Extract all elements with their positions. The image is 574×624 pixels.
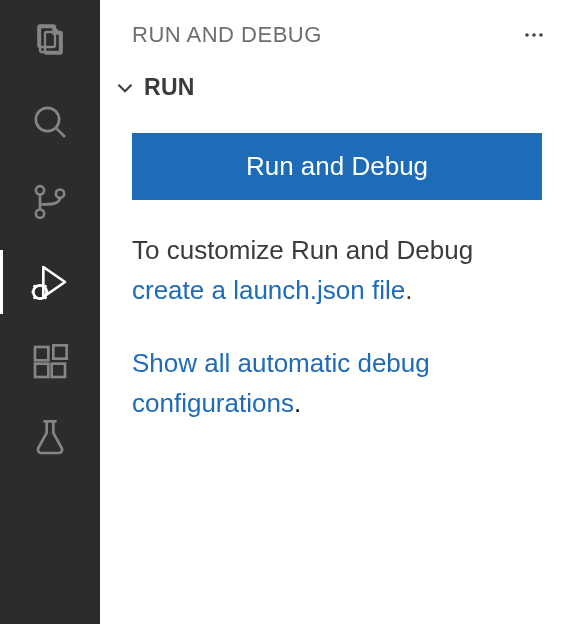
svg-point-18 bbox=[525, 33, 529, 37]
extensions-icon bbox=[30, 342, 70, 382]
activity-item-explorer[interactable] bbox=[26, 18, 74, 66]
help-prefix: To customize Run and Debug bbox=[132, 235, 473, 265]
svg-point-19 bbox=[532, 33, 536, 37]
svg-rect-17 bbox=[53, 345, 66, 358]
branch-icon bbox=[30, 182, 70, 222]
sidebar-title: RUN AND DEBUG bbox=[132, 22, 322, 48]
customize-help-text: To customize Run and Debug create a laun… bbox=[132, 230, 542, 311]
svg-line-12 bbox=[34, 297, 36, 299]
activity-bar bbox=[0, 0, 100, 624]
svg-line-13 bbox=[45, 297, 47, 299]
run-and-debug-button[interactable]: Run and Debug bbox=[132, 133, 542, 200]
ellipsis-icon bbox=[522, 23, 546, 47]
run-debug-sidebar: RUN AND DEBUG RUN Run and Debug To custo… bbox=[100, 0, 574, 624]
svg-rect-15 bbox=[35, 364, 48, 377]
sidebar-header: RUN AND DEBUG bbox=[100, 0, 574, 66]
search-icon bbox=[30, 102, 70, 142]
activity-item-extensions[interactable] bbox=[26, 338, 74, 386]
svg-point-2 bbox=[36, 108, 59, 131]
help2-suffix: . bbox=[294, 388, 301, 418]
svg-line-10 bbox=[34, 285, 36, 287]
svg-rect-14 bbox=[35, 347, 48, 360]
more-actions-button[interactable] bbox=[522, 23, 546, 47]
help-suffix: . bbox=[405, 275, 412, 305]
svg-rect-16 bbox=[52, 364, 65, 377]
create-launch-json-link[interactable]: create a launch.json file bbox=[132, 275, 405, 305]
show-configs-text: Show all automatic debug configurations. bbox=[132, 343, 542, 424]
run-section-content: Run and Debug To customize Run and Debug… bbox=[100, 109, 574, 423]
svg-line-3 bbox=[57, 129, 65, 137]
run-section-title: RUN bbox=[144, 74, 195, 101]
svg-point-5 bbox=[36, 210, 44, 218]
show-automatic-configs-link[interactable]: Show all automatic debug configurations bbox=[132, 348, 430, 418]
files-icon bbox=[30, 22, 70, 62]
activity-item-testing[interactable] bbox=[26, 414, 74, 462]
run-section-header[interactable]: RUN bbox=[100, 66, 574, 109]
run-debug-icon bbox=[30, 262, 70, 302]
svg-point-20 bbox=[539, 33, 543, 37]
activity-item-run-debug[interactable] bbox=[26, 258, 74, 306]
beaker-icon bbox=[30, 418, 70, 458]
activity-item-source-control[interactable] bbox=[26, 178, 74, 226]
svg-line-11 bbox=[45, 285, 47, 287]
svg-point-4 bbox=[36, 186, 44, 194]
chevron-down-icon bbox=[112, 75, 138, 101]
activity-item-search[interactable] bbox=[26, 98, 74, 146]
